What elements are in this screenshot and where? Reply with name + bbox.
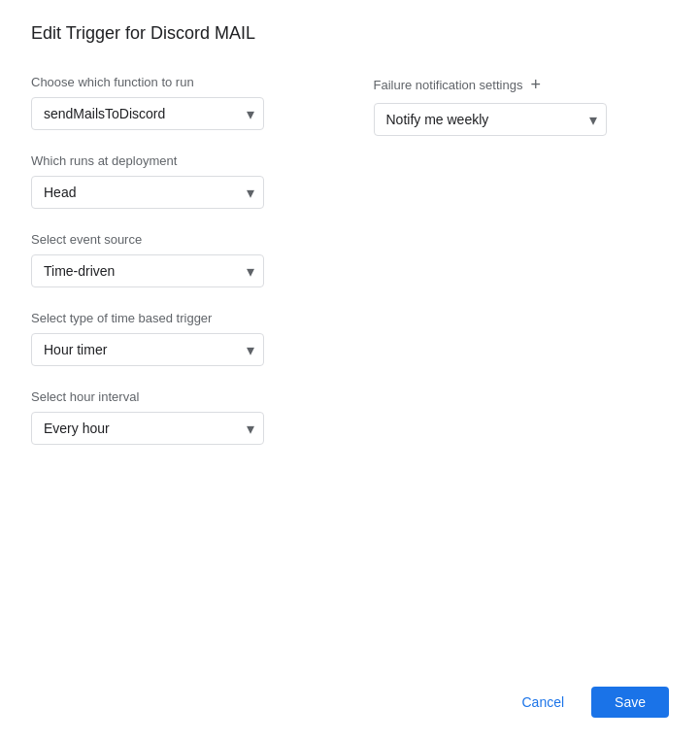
time-trigger-label: Select type of time based trigger bbox=[31, 311, 327, 325]
deployment-select[interactable]: Head bbox=[31, 176, 264, 209]
failure-notification-label: Failure notification settings bbox=[374, 78, 523, 92]
function-select-wrapper: sendMailsToDiscord ▾ bbox=[31, 97, 264, 130]
event-source-select-wrapper: Time-driven ▾ bbox=[31, 254, 264, 287]
hour-interval-select[interactable]: Every hour bbox=[31, 412, 264, 445]
dialog-title: Edit Trigger for Discord MAIL bbox=[31, 23, 669, 44]
deployment-label: Which runs at deployment bbox=[31, 153, 327, 168]
deployment-field-group: Which runs at deployment Head ▾ bbox=[31, 153, 327, 209]
failure-notification-header: Failure notification settings + bbox=[374, 75, 670, 95]
function-select[interactable]: sendMailsToDiscord bbox=[31, 97, 264, 130]
add-notification-icon[interactable]: + bbox=[530, 75, 541, 95]
right-column: Failure notification settings + Notify m… bbox=[350, 75, 670, 468]
event-source-label: Select event source bbox=[31, 232, 327, 247]
hour-interval-label: Select hour interval bbox=[31, 389, 327, 404]
event-source-select[interactable]: Time-driven bbox=[31, 254, 264, 287]
function-field-group: Choose which function to run sendMailsTo… bbox=[31, 75, 327, 130]
dialog-footer: Cancel Save bbox=[506, 687, 669, 718]
cancel-button[interactable]: Cancel bbox=[506, 687, 580, 718]
hour-interval-select-wrapper: Every hour ▾ bbox=[31, 412, 264, 445]
deployment-select-wrapper: Head ▾ bbox=[31, 176, 264, 209]
event-source-field-group: Select event source Time-driven ▾ bbox=[31, 232, 327, 287]
failure-notification-field-group: Failure notification settings + Notify m… bbox=[374, 75, 670, 136]
dialog-body: Choose which function to run sendMailsTo… bbox=[31, 75, 669, 468]
edit-trigger-dialog: Edit Trigger for Discord MAIL Choose whi… bbox=[0, 0, 700, 741]
time-trigger-select[interactable]: Hour timer bbox=[31, 333, 264, 366]
notify-select-wrapper: Notify me weekly ▾ bbox=[374, 103, 607, 136]
notify-select[interactable]: Notify me weekly bbox=[374, 103, 607, 136]
time-trigger-field-group: Select type of time based trigger Hour t… bbox=[31, 311, 327, 366]
save-button[interactable]: Save bbox=[591, 687, 669, 718]
function-label: Choose which function to run bbox=[31, 75, 327, 89]
time-trigger-select-wrapper: Hour timer ▾ bbox=[31, 333, 264, 366]
left-column: Choose which function to run sendMailsTo… bbox=[31, 75, 350, 468]
hour-interval-field-group: Select hour interval Every hour ▾ bbox=[31, 389, 327, 445]
